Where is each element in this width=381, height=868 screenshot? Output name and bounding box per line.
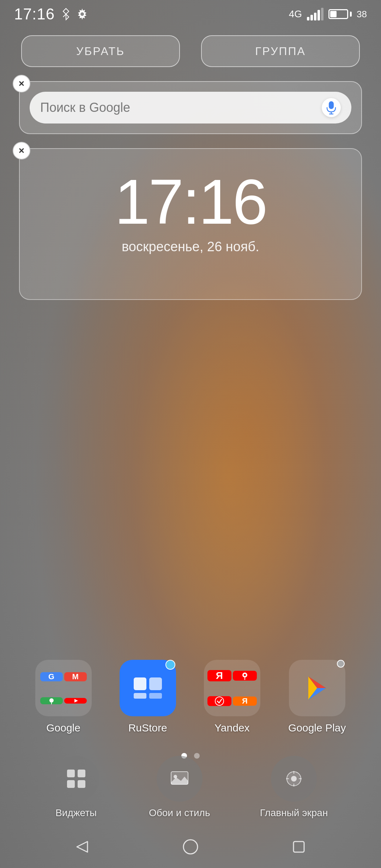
- svg-rect-3: [329, 101, 334, 109]
- status-bar: 17:16 4G: [0, 0, 381, 28]
- clock-time: 17:16: [34, 170, 347, 234]
- svg-point-15: [215, 697, 224, 705]
- svg-rect-10: [149, 677, 162, 690]
- signal-bars: [307, 8, 323, 20]
- app-google-icon-wrap: G M: [35, 660, 92, 716]
- dock-wallpaper-label: Обои и стиль: [149, 807, 210, 819]
- top-buttons: УБРАТЬ ГРУППА: [0, 35, 381, 67]
- dock-wallpaper-icon: [157, 756, 202, 802]
- search-bar[interactable]: Поиск в Google: [30, 92, 351, 123]
- rustore-badge: [165, 660, 175, 670]
- battery-tip: [350, 12, 352, 17]
- app-google[interactable]: G M Google: [35, 660, 92, 734]
- yandex-app3: [207, 696, 231, 706]
- battery-indicator: [328, 9, 352, 19]
- clock-date: воскресенье, 26 нояб.: [34, 239, 347, 254]
- google-maps: [40, 697, 63, 704]
- app-googleplay-icon: [289, 660, 345, 716]
- nav-back[interactable]: [68, 833, 96, 861]
- nav-bar: [0, 826, 381, 868]
- svg-rect-9: [134, 677, 146, 690]
- svg-rect-20: [67, 770, 75, 777]
- svg-point-33: [183, 840, 198, 854]
- yandex-y: Я: [207, 670, 231, 681]
- group-button[interactable]: ГРУППА: [201, 35, 360, 67]
- settings-icon: [76, 8, 89, 20]
- svg-marker-32: [77, 842, 87, 852]
- svg-point-27: [291, 776, 297, 782]
- search-placeholder: Поиск в Google: [40, 100, 315, 115]
- battery-fill: [330, 11, 336, 17]
- app-yandex-icon-wrap: Я Я: [204, 660, 260, 716]
- remove-button[interactable]: УБРАТЬ: [21, 35, 180, 67]
- status-time: 17:16: [14, 5, 55, 23]
- googleplay-badge: [337, 660, 345, 668]
- yandex-maps: [233, 671, 257, 681]
- dock-wallpaper[interactable]: Обои и стиль: [149, 756, 210, 819]
- google-m: M: [64, 672, 87, 681]
- nav-home[interactable]: [176, 833, 205, 861]
- battery-level: 38: [357, 9, 367, 20]
- svg-point-6: [49, 698, 54, 703]
- status-right: 4G 38: [289, 8, 367, 20]
- bottom-dock: Виджеты Обои и стиль Главный экран: [0, 756, 381, 819]
- app-yandex-icon: Я Я: [204, 660, 260, 716]
- status-icons: [61, 8, 89, 20]
- google-yt: [64, 698, 87, 704]
- signal-bar-3: [314, 13, 316, 20]
- svg-point-14: [244, 674, 246, 676]
- clock-widget: × 17:16 воскресенье, 26 нояб.: [19, 148, 362, 300]
- battery-body: [328, 9, 348, 19]
- yandex-app4: Я: [233, 697, 257, 706]
- dock-widgets-icon: [53, 756, 99, 802]
- mic-icon[interactable]: [322, 98, 341, 117]
- dock-widgets-label: Виджеты: [55, 807, 97, 819]
- nav-recents[interactable]: [285, 833, 313, 861]
- app-yandex[interactable]: Я Я Yandex: [204, 660, 260, 734]
- app-grid: G M Google: [0, 660, 381, 734]
- app-google-icon: G M: [35, 660, 92, 716]
- svg-rect-23: [78, 780, 85, 788]
- app-rustore[interactable]: RuStore: [120, 660, 176, 734]
- clock-widget-close[interactable]: ×: [13, 142, 30, 159]
- signal-bar-4: [318, 10, 320, 20]
- app-google-label: Google: [46, 722, 80, 734]
- app-googleplay[interactable]: Google Play: [288, 660, 346, 734]
- app-yandex-label: Yandex: [214, 722, 250, 734]
- signal-bar-1: [307, 17, 309, 20]
- search-widget: × Поиск в Google: [19, 81, 362, 134]
- svg-rect-21: [78, 770, 85, 777]
- search-widget-close[interactable]: ×: [13, 75, 30, 92]
- app-rustore-label: RuStore: [128, 722, 167, 734]
- app-rustore-icon-wrap: [120, 660, 176, 716]
- svg-rect-11: [134, 693, 146, 699]
- dock-homescreen-label: Главный экран: [260, 807, 328, 819]
- signal-bar-2: [310, 15, 313, 20]
- dock-homescreen-icon: [271, 756, 317, 802]
- app-googleplay-icon-wrap: [289, 660, 345, 716]
- bluetooth-icon: [61, 8, 71, 20]
- svg-rect-34: [294, 842, 304, 852]
- status-left: 17:16: [14, 5, 89, 23]
- dock-homescreen[interactable]: Главный экран: [260, 756, 328, 819]
- network-type: 4G: [289, 8, 302, 20]
- dock-widgets[interactable]: Виджеты: [53, 756, 99, 819]
- svg-rect-22: [67, 780, 75, 788]
- svg-point-2: [80, 12, 84, 16]
- app-googleplay-label: Google Play: [288, 722, 346, 734]
- svg-rect-12: [149, 693, 162, 699]
- svg-line-0: [63, 14, 66, 17]
- signal-bar-5: [321, 8, 323, 20]
- google-g: G: [40, 672, 63, 681]
